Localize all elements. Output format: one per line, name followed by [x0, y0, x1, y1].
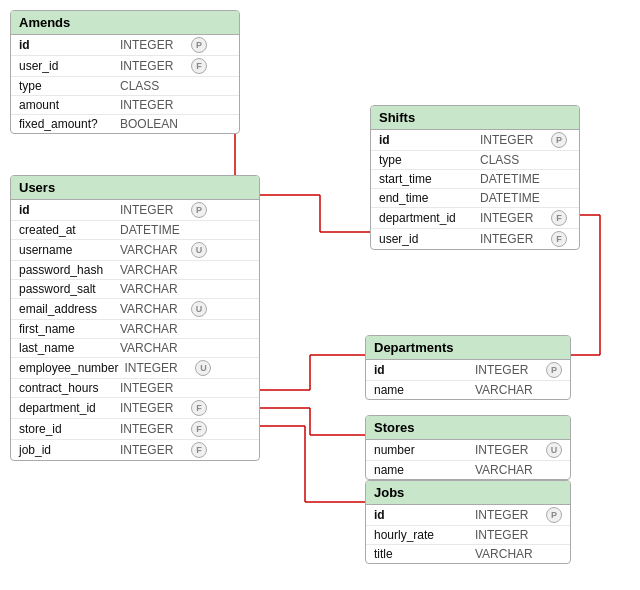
- table-row: id INTEGER P: [11, 35, 239, 56]
- col-type: INTEGER: [120, 443, 185, 457]
- col-name: type: [379, 153, 474, 167]
- table-row: store_id INTEGER F: [11, 419, 259, 440]
- col-type: VARCHAR: [475, 383, 540, 397]
- col-type: VARCHAR: [120, 282, 185, 296]
- col-name: store_id: [19, 422, 114, 436]
- badge-u: U: [546, 442, 562, 458]
- badge-p: P: [546, 507, 562, 523]
- table-row: id INTEGER P: [366, 505, 570, 526]
- col-name: last_name: [19, 341, 114, 355]
- table-row: password_hash VARCHAR: [11, 261, 259, 280]
- col-name: password_hash: [19, 263, 114, 277]
- table-row: name VARCHAR: [366, 381, 570, 399]
- departments-header: Departments: [366, 336, 570, 360]
- badge-p: P: [191, 202, 207, 218]
- jobs-header: Jobs: [366, 481, 570, 505]
- col-name: title: [374, 547, 469, 561]
- table-row: created_at DATETIME: [11, 221, 259, 240]
- table-row: employee_number INTEGER U: [11, 358, 259, 379]
- col-type: VARCHAR: [475, 547, 540, 561]
- col-name: department_id: [379, 211, 474, 225]
- badge-f: F: [191, 421, 207, 437]
- table-row: department_id INTEGER F: [371, 208, 579, 229]
- col-type: DATETIME: [480, 191, 545, 205]
- col-name: fixed_amount?: [19, 117, 114, 131]
- table-row: user_id INTEGER F: [11, 56, 239, 77]
- table-users: Users id INTEGER P created_at DATETIME u…: [10, 175, 260, 461]
- table-row: type CLASS: [371, 151, 579, 170]
- col-type: INTEGER: [480, 133, 545, 147]
- col-type: INTEGER: [475, 508, 540, 522]
- table-row: contract_hours INTEGER: [11, 379, 259, 398]
- col-type: VARCHAR: [120, 302, 185, 316]
- badge-f: F: [191, 442, 207, 458]
- col-name: start_time: [379, 172, 474, 186]
- table-row: start_time DATETIME: [371, 170, 579, 189]
- col-type: INTEGER: [120, 59, 185, 73]
- table-row: type CLASS: [11, 77, 239, 96]
- col-name: username: [19, 243, 114, 257]
- col-type: VARCHAR: [120, 322, 185, 336]
- table-row: password_salt VARCHAR: [11, 280, 259, 299]
- col-name: end_time: [379, 191, 474, 205]
- badge-u: U: [191, 242, 207, 258]
- col-name: job_id: [19, 443, 114, 457]
- badge-p: P: [546, 362, 562, 378]
- col-name: first_name: [19, 322, 114, 336]
- col-type: INTEGER: [475, 363, 540, 377]
- col-type: DATETIME: [120, 223, 185, 237]
- badge-p: P: [551, 132, 567, 148]
- col-type: INTEGER: [120, 98, 185, 112]
- badge-u: U: [195, 360, 211, 376]
- table-row: id INTEGER P: [366, 360, 570, 381]
- badge-f: F: [551, 231, 567, 247]
- table-shifts: Shifts id INTEGER P type CLASS start_tim…: [370, 105, 580, 250]
- table-row: end_time DATETIME: [371, 189, 579, 208]
- table-row: number INTEGER U: [366, 440, 570, 461]
- col-type: INTEGER: [480, 232, 545, 246]
- col-type: CLASS: [120, 79, 185, 93]
- col-name: id: [374, 363, 469, 377]
- col-type: INTEGER: [120, 401, 185, 415]
- col-type: CLASS: [480, 153, 545, 167]
- table-row: hourly_rate INTEGER: [366, 526, 570, 545]
- col-type: VARCHAR: [120, 243, 185, 257]
- col-name: number: [374, 443, 469, 457]
- col-name: id: [379, 133, 474, 147]
- col-name: id: [19, 203, 114, 217]
- table-jobs: Jobs id INTEGER P hourly_rate INTEGER ti…: [365, 480, 571, 564]
- shifts-header: Shifts: [371, 106, 579, 130]
- table-row: fixed_amount? BOOLEAN: [11, 115, 239, 133]
- col-name: amount: [19, 98, 114, 112]
- col-name: employee_number: [19, 361, 118, 375]
- badge-f: F: [191, 58, 207, 74]
- amends-header: Amends: [11, 11, 239, 35]
- col-type: INTEGER: [120, 381, 185, 395]
- col-type: BOOLEAN: [120, 117, 185, 131]
- users-header: Users: [11, 176, 259, 200]
- col-name: contract_hours: [19, 381, 114, 395]
- col-name: name: [374, 463, 469, 477]
- col-name: id: [374, 508, 469, 522]
- table-row: first_name VARCHAR: [11, 320, 259, 339]
- col-type: INTEGER: [124, 361, 189, 375]
- table-departments: Departments id INTEGER P name VARCHAR: [365, 335, 571, 400]
- table-row: job_id INTEGER F: [11, 440, 259, 460]
- col-type: INTEGER: [475, 528, 540, 542]
- col-type: INTEGER: [475, 443, 540, 457]
- col-name: created_at: [19, 223, 114, 237]
- col-type: VARCHAR: [120, 341, 185, 355]
- col-name: hourly_rate: [374, 528, 469, 542]
- col-type: INTEGER: [120, 38, 185, 52]
- table-row: department_id INTEGER F: [11, 398, 259, 419]
- col-type: INTEGER: [480, 211, 545, 225]
- table-row: id INTEGER P: [11, 200, 259, 221]
- badge-f: F: [191, 400, 207, 416]
- table-row: user_id INTEGER F: [371, 229, 579, 249]
- table-stores: Stores number INTEGER U name VARCHAR: [365, 415, 571, 480]
- badge-u: U: [191, 301, 207, 317]
- diagram-container: Amends id INTEGER P user_id INTEGER F ty…: [0, 0, 640, 590]
- table-row: email_address VARCHAR U: [11, 299, 259, 320]
- col-name: user_id: [379, 232, 474, 246]
- table-row: last_name VARCHAR: [11, 339, 259, 358]
